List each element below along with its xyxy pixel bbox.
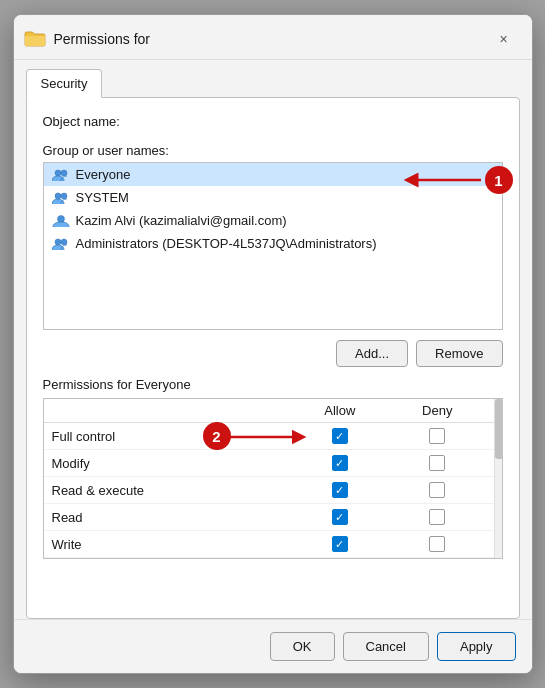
- checkbox-read-deny[interactable]: [429, 509, 445, 525]
- permissions-header-row: Allow Deny: [44, 399, 502, 423]
- ok-button[interactable]: OK: [270, 632, 335, 661]
- checkbox-modify-deny[interactable]: [429, 455, 445, 471]
- permissions-dialog: Permissions for × Security Object name: …: [13, 14, 533, 674]
- col-deny: Deny: [389, 399, 486, 423]
- dialog-footer: OK Cancel Apply: [14, 619, 532, 673]
- group-icon-system: [52, 191, 70, 205]
- checkbox-modify-allow[interactable]: ✓: [332, 455, 348, 471]
- table-row: Read & execute ✓: [44, 477, 502, 504]
- group-section-label: Group or user names:: [43, 143, 503, 158]
- perm-full-control-label: Full control: [44, 423, 291, 450]
- col-permission: [44, 399, 291, 423]
- scrollbar-track[interactable]: [494, 399, 502, 558]
- checkbox-write-allow[interactable]: ✓: [332, 536, 348, 552]
- user-item-administrators[interactable]: Administrators (DESKTOP-4L537JQ\Administ…: [44, 232, 502, 255]
- svg-point-2: [55, 193, 61, 199]
- permissions-table: Allow Deny Full control ✓: [44, 399, 502, 558]
- table-row: Modify ✓: [44, 450, 502, 477]
- object-name-label: Object name:: [43, 114, 503, 129]
- checkbox-read-allow[interactable]: ✓: [332, 509, 348, 525]
- checkbox-write-deny[interactable]: [429, 536, 445, 552]
- svg-point-6: [61, 239, 67, 245]
- user-kazim-label: Kazim Alvi (kazimalialvi@gmail.com): [76, 213, 287, 228]
- add-button[interactable]: Add...: [336, 340, 408, 367]
- remove-button[interactable]: Remove: [416, 340, 502, 367]
- svg-point-4: [57, 215, 64, 222]
- folder-icon: [24, 30, 46, 48]
- permissions-section: Permissions for Everyone Allow Deny: [43, 377, 503, 559]
- table-row: Write ✓: [44, 531, 502, 558]
- user-admins-label: Administrators (DESKTOP-4L537JQ\Administ…: [76, 236, 377, 251]
- group-icon-administrators: [52, 237, 70, 251]
- user-list[interactable]: Everyone SYSTEM Kazim: [43, 162, 503, 330]
- table-row: Full control ✓: [44, 423, 502, 450]
- cancel-button[interactable]: Cancel: [343, 632, 429, 661]
- checkbox-read-exec-allow[interactable]: ✓: [332, 482, 348, 498]
- group-icon-everyone: [52, 168, 70, 182]
- perm-write-allow[interactable]: ✓: [291, 531, 389, 558]
- object-name-section: Object name:: [43, 114, 503, 129]
- user-system-label: SYSTEM: [76, 190, 129, 205]
- perm-read-allow[interactable]: ✓: [291, 504, 389, 531]
- user-item-system[interactable]: SYSTEM: [44, 186, 502, 209]
- perm-write-deny[interactable]: [389, 531, 486, 558]
- perm-write-label: Write: [44, 531, 291, 558]
- perm-modify-allow[interactable]: ✓: [291, 450, 389, 477]
- perm-read-label: Read: [44, 504, 291, 531]
- checkbox-read-exec-deny[interactable]: [429, 482, 445, 498]
- close-button[interactable]: ×: [490, 25, 518, 53]
- perm-modify-label: Modify: [44, 450, 291, 477]
- apply-button[interactable]: Apply: [437, 632, 516, 661]
- perm-read-exec-allow[interactable]: ✓: [291, 477, 389, 504]
- user-list-wrapper: Everyone SYSTEM Kazim: [43, 162, 503, 330]
- user-item-everyone[interactable]: Everyone: [44, 163, 502, 186]
- permissions-label: Permissions for Everyone: [43, 377, 503, 392]
- svg-point-0: [55, 170, 61, 176]
- perm-read-deny[interactable]: [389, 504, 486, 531]
- perm-read-exec-deny[interactable]: [389, 477, 486, 504]
- title-bar-left: Permissions for: [24, 30, 150, 48]
- col-allow: Allow: [291, 399, 389, 423]
- svg-point-5: [55, 239, 61, 245]
- perm-full-control-allow[interactable]: ✓: [291, 423, 389, 450]
- scrollbar-thumb[interactable]: [495, 399, 502, 459]
- title-bar: Permissions for ×: [14, 15, 532, 60]
- user-item-kazim[interactable]: Kazim Alvi (kazimalialvi@gmail.com): [44, 209, 502, 232]
- permissions-table-wrapper: Allow Deny Full control ✓: [43, 398, 503, 559]
- perm-read-exec-label: Read & execute: [44, 477, 291, 504]
- svg-point-1: [61, 170, 67, 176]
- tabs-bar: Security: [14, 60, 532, 97]
- dialog-title: Permissions for: [54, 31, 150, 47]
- content-area: Object name: Group or user names: Everyo…: [26, 97, 520, 619]
- checkbox-full-deny[interactable]: [429, 428, 445, 444]
- permissions-scroll[interactable]: Allow Deny Full control ✓: [44, 399, 502, 558]
- user-action-buttons: Add... Remove: [43, 340, 503, 367]
- table-row: Read ✓: [44, 504, 502, 531]
- perm-modify-deny[interactable]: [389, 450, 486, 477]
- svg-point-3: [61, 193, 67, 199]
- tab-security[interactable]: Security: [26, 69, 103, 98]
- user-icon-kazim: [52, 214, 70, 228]
- user-everyone-label: Everyone: [76, 167, 131, 182]
- perm-full-control-deny[interactable]: [389, 423, 486, 450]
- checkbox-full-allow[interactable]: ✓: [332, 428, 348, 444]
